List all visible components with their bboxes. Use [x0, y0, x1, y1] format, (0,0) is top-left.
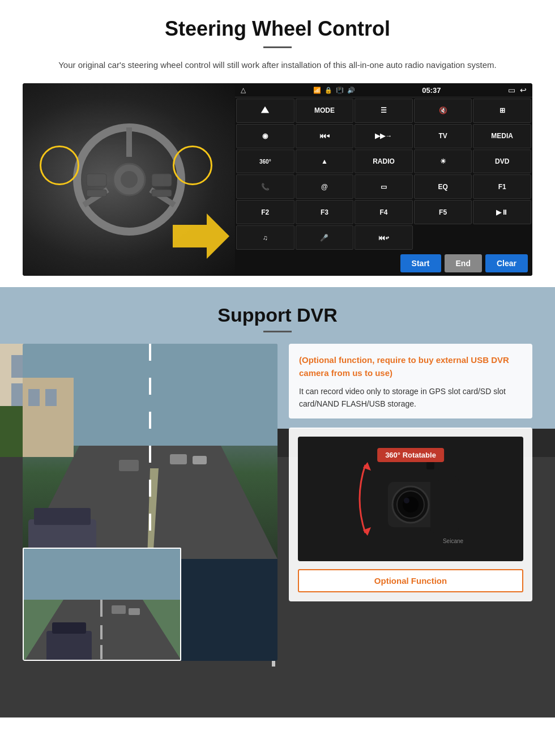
svg-rect-6 — [87, 174, 106, 186]
camera360-button[interactable]: 360° — [236, 150, 294, 174]
brightness-button[interactable]: ☀ — [414, 150, 472, 174]
menu-button[interactable]: ☰ — [355, 99, 413, 123]
dvr-content: Support DVR — [0, 287, 555, 684]
start-button[interactable]: Start — [400, 254, 441, 272]
signal-icon: 📳 — [336, 87, 344, 94]
svg-rect-48 — [100, 600, 103, 617]
nav-icons: ▭ ↩ — [508, 86, 527, 95]
dvr-title: Support DVR — [23, 304, 532, 326]
f3-button[interactable]: F3 — [296, 200, 354, 224]
rotatable-badge: 360° Rotatable — [377, 448, 444, 462]
mute-button[interactable]: 🔇 — [414, 99, 472, 123]
status-icons: 📶 🔒 📳 🔊 — [313, 87, 355, 94]
f2-button[interactable]: F2 — [236, 200, 294, 224]
svg-rect-54 — [52, 622, 86, 634]
svg-rect-40 — [119, 460, 139, 471]
svg-rect-8 — [152, 174, 172, 186]
phone-button[interactable]: 📞 — [236, 174, 294, 199]
next-button[interactable]: ▶▶→ — [355, 124, 413, 148]
svg-rect-53 — [46, 631, 92, 661]
left-circle-highlight — [40, 146, 79, 185]
svg-rect-49 — [100, 625, 103, 639]
dvr-underline — [263, 331, 292, 332]
svg-rect-63 — [422, 468, 439, 482]
eject-button[interactable]: ▲ — [296, 150, 354, 174]
eq-button[interactable]: EQ — [414, 174, 472, 199]
skip-back-button[interactable]: ⏮↩ — [355, 225, 413, 250]
yellow-arrow — [173, 213, 229, 259]
camera-svg: Seicane — [343, 448, 479, 550]
internet-button[interactable]: @ — [296, 174, 354, 199]
music-button[interactable]: ♫ — [236, 225, 294, 250]
screen-button[interactable]: ▭ — [355, 174, 413, 199]
camera-visual: 360° Rotatable — [298, 437, 523, 561]
mic-button[interactable]: 🎤 — [296, 225, 354, 250]
dvr-road-image — [23, 344, 278, 661]
steering-wheel-icon — [72, 123, 186, 236]
control-button-grid: MODE ☰ 🔇 ⊞ ◉ ⏮◀ ▶▶→ TV MEDIA 360° ▲ RADI… — [235, 97, 532, 251]
svg-rect-58 — [430, 476, 459, 533]
svg-rect-39 — [193, 456, 207, 464]
lock-icon: 🔒 — [325, 87, 332, 94]
radio-button[interactable]: RADIO — [355, 150, 413, 174]
dashcam-view-svg — [23, 344, 278, 559]
settings-button[interactable]: ◉ — [236, 124, 294, 148]
prev-button[interactable]: ⏮◀ — [296, 124, 354, 148]
nav-button[interactable] — [236, 99, 294, 123]
optional-function-button[interactable]: Optional Function — [298, 569, 523, 592]
home-icon[interactable]: △ — [241, 86, 246, 94]
apps-button[interactable]: ⊞ — [473, 99, 531, 123]
svg-rect-9 — [152, 190, 172, 197]
dvr-info: (Optional function, require to buy exter… — [289, 344, 532, 601]
svg-point-5 — [121, 171, 138, 188]
steering-image — [23, 83, 235, 276]
dvr-thumbnail — [23, 548, 181, 661]
svg-rect-42 — [34, 508, 91, 525]
steering-section: Steering Wheel Control Your original car… — [0, 0, 555, 287]
dvr-section: Support DVR — [0, 287, 555, 717]
svg-marker-11 — [261, 106, 269, 113]
f5-button[interactable]: F5 — [414, 200, 472, 224]
f4-button[interactable]: F4 — [355, 200, 413, 224]
svg-point-62 — [404, 498, 409, 503]
dvr-layout: (Optional function, require to buy exter… — [23, 344, 532, 661]
media-button[interactable]: MEDIA — [473, 124, 531, 148]
svg-text:Seicane: Seicane — [443, 538, 464, 544]
back-icon[interactable]: ↩ — [520, 86, 527, 95]
dvr-text-box: (Optional function, require to buy exter… — [289, 344, 532, 418]
end-button[interactable]: End — [445, 254, 482, 272]
status-bar: △ 📶 🔒 📳 🔊 05:37 ▭ ↩ — [235, 83, 532, 97]
volume-icon: 🔊 — [347, 87, 355, 94]
svg-rect-46 — [24, 549, 181, 600]
clock-display: 05:37 — [422, 86, 441, 95]
title-underline — [263, 46, 292, 48]
svg-rect-36 — [28, 389, 40, 406]
window-icon[interactable]: ▭ — [508, 86, 515, 95]
right-circle-highlight — [173, 146, 212, 185]
dvr-camera-box: 360° Rotatable — [289, 428, 532, 601]
optional-highlight-text: (Optional function, require to buy exter… — [299, 354, 522, 379]
svg-marker-10 — [173, 213, 229, 259]
mode-button[interactable]: MODE — [296, 99, 354, 123]
steering-ui: △ 📶 🔒 📳 🔊 05:37 ▭ ↩ MODE — [23, 83, 532, 276]
steering-title: Steering Wheel Control — [23, 17, 532, 41]
road-thumb-svg — [24, 549, 181, 661]
steering-subtitle: Your original car's steering wheel contr… — [51, 58, 504, 72]
tv-button[interactable]: TV — [414, 124, 472, 148]
dvd-button[interactable]: DVD — [473, 150, 531, 174]
svg-rect-52 — [129, 608, 140, 615]
control-panel: △ 📶 🔒 📳 🔊 05:37 ▭ ↩ MODE — [235, 83, 532, 276]
road-main-view — [23, 344, 278, 559]
svg-rect-51 — [112, 605, 126, 614]
svg-rect-38 — [170, 454, 187, 464]
playpause-button[interactable]: ▶⏸ — [473, 200, 531, 224]
svg-rect-50 — [100, 645, 103, 659]
clear-button[interactable]: Clear — [485, 254, 528, 272]
svg-rect-37 — [45, 389, 57, 406]
wifi-icon: 📶 — [313, 87, 321, 94]
svg-rect-7 — [87, 190, 106, 197]
dvr-description: It can record video only to storage in G… — [299, 385, 522, 411]
action-bar: Start End Clear — [235, 251, 532, 276]
f1-button[interactable]: F1 — [473, 174, 531, 199]
